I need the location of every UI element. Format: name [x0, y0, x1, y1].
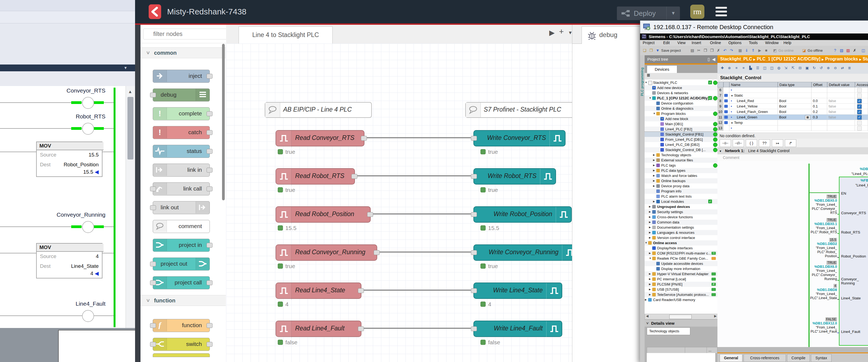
cell-name[interactable]: ▼ Temp: [730, 120, 778, 126]
var-name[interactable]: Line4_Flash_Green: [733, 110, 768, 114]
table-header-offset[interactable]: Offset: [811, 82, 827, 87]
chevron-down-icon[interactable]: ▼: [124, 65, 127, 70]
interface-tool-icon[interactable]: ≣: [847, 65, 852, 71]
tree-item[interactable]: ▶Device proxy data: [645, 184, 717, 189]
checkbox-checked-icon[interactable]: ✓: [857, 104, 862, 109]
cell-name[interactable]: ▪: [730, 87, 778, 93]
tree-item[interactable]: Line4_PLC [FB2]: [645, 127, 717, 132]
tree-item[interactable]: ▼Stacklight_PLC✓: [645, 80, 717, 85]
cell-name[interactable]: ▪: [730, 126, 778, 131]
chevron-down-icon[interactable]: ▼: [649, 95, 651, 101]
lad-tool-5[interactable]: ↱: [785, 139, 796, 147]
flow-canvas[interactable]: AB EIP/CIP - Line 4 PLCS7 Profinet - Sta…: [226, 44, 572, 362]
tree-item[interactable]: ▶Local modules✓: [645, 199, 717, 204]
cell-name[interactable]: ▪ Line4_Yellow: [730, 104, 778, 109]
tree-item[interactable]: ▶Documentation settings: [645, 225, 717, 230]
chevron-right-icon[interactable]: ▶: [649, 225, 651, 230]
tree-item[interactable]: Stacklight_Control [FB1]: [645, 132, 717, 137]
flow-node-Read-Line4_Fault[interactable]: Read Line4_Fault: [276, 321, 362, 337]
menu-button[interactable]: [716, 7, 727, 17]
flow-node-Read-Conveyor_Running[interactable]: Read Conveyor_Running: [276, 244, 377, 261]
interface-tool-icon[interactable]: ⊗: [727, 65, 732, 71]
interface-tool-icon[interactable]: ↺: [818, 65, 824, 71]
tree-item[interactable]: ▶Online backups: [645, 178, 717, 184]
online-icon[interactable]: ◩: [772, 48, 778, 53]
cell-datatype[interactable]: Bool▦: [778, 115, 811, 120]
table-header-data-type[interactable]: Data type: [778, 82, 811, 87]
palette-node-partial[interactable]: [153, 353, 210, 357]
breadcrumb-item[interactable]: Stacklight_PLC: [720, 57, 752, 61]
lad-tool-2[interactable]: ( ): [746, 139, 757, 147]
rem-icon[interactable]: ▨: [845, 48, 851, 53]
tree-item[interactable]: Display more information: [645, 266, 717, 271]
tree-item[interactable]: ▶PLCSIM [PN/IE]✗: [645, 282, 717, 287]
flow-node-Read-Robot_Position[interactable]: Read Robot_Position: [276, 206, 371, 223]
input-operand[interactable]: TRUE %DB1.DBX0.0 "From_Line4_ PLC".Conve…: [810, 195, 837, 215]
redo-icon[interactable]: ↷: [729, 48, 734, 53]
menu-help[interactable]: Help: [783, 40, 792, 45]
download-icon[interactable]: ⇓: [744, 48, 749, 53]
ins-icon[interactable]: ▧: [839, 48, 844, 53]
interface-tool-icon[interactable]: ☰: [755, 65, 761, 71]
cut-icon[interactable]: ✂: [696, 48, 702, 53]
chevron-right-icon[interactable]: ▶: [653, 199, 655, 204]
chevron-right-icon[interactable]: ▶: [653, 184, 655, 189]
tree-item[interactable]: ▶PLC data types: [645, 168, 717, 173]
input-operand[interactable]: 15.5 %DB1.DBD2 "From_Line4_ PLC".Robot_ …: [810, 238, 837, 258]
var-name[interactable]: Line4_Yellow: [733, 104, 757, 108]
chevron-down-icon[interactable]: ▼: [645, 80, 647, 85]
palette-node-link-call[interactable]: link call: [153, 183, 210, 195]
palette-category[interactable]: ˅common: [141, 47, 226, 58]
network-comment[interactable]: Comment: [717, 154, 868, 161]
breadcrumb-item[interactable]: Program blocks: [825, 57, 858, 61]
cell-datatype[interactable]: [778, 93, 811, 98]
palette-node-project-out[interactable]: project out: [153, 257, 210, 271]
tree-item[interactable]: Program info: [645, 189, 717, 194]
tree-item[interactable]: ▶Ungrouped devices: [645, 204, 717, 209]
cell-name[interactable]: ▼ Static: [730, 93, 778, 98]
chevron-down-icon[interactable]: ▼: [731, 122, 733, 124]
tree-item[interactable]: ▶Cross-device functions: [645, 215, 717, 220]
table-header-name[interactable]: Name: [730, 82, 778, 87]
toolbar-label[interactable]: Go online: [779, 49, 794, 53]
var-name[interactable]: Line4_Red: [733, 99, 754, 103]
chevron-right-icon[interactable]: ▶: [653, 152, 655, 158]
comment-node[interactable]: S7 Profinet - Stacklight PLC: [465, 102, 572, 118]
cell-name[interactable]: ▪ Line4_Red: [730, 98, 778, 104]
cell-datatype[interactable]: [778, 120, 811, 126]
checkbox-empty-icon[interactable]: [857, 88, 862, 92]
tree-item[interactable]: Display/hide interfaces: [645, 246, 717, 251]
add-flow-button[interactable]: +: [559, 27, 564, 36]
tree-item[interactable]: Device configuration: [645, 101, 717, 106]
flow-node-Write-Conveyor_RTS[interactable]: Write Conveyor_RTS: [473, 130, 565, 146]
tree-item[interactable]: ▶Common data: [645, 220, 717, 225]
search-input[interactable]: [143, 29, 230, 39]
tree-item[interactable]: ▶Hyper-V Virtual Ethernet Adapter: [645, 271, 717, 277]
interface-tool-icon[interactable]: ▙: [748, 65, 753, 71]
sph-icon[interactable]: ◫: [861, 48, 866, 53]
tree-item[interactable]: From_Line4_PLC [DB1]: [645, 137, 717, 142]
tab-technology-objects[interactable]: Technology objects: [647, 328, 690, 335]
tab-cross-references[interactable]: Cross-references: [744, 354, 786, 362]
tree-item[interactable]: Stacklight_Control_DB [...: [645, 147, 717, 152]
avatar[interactable]: rm: [690, 5, 704, 19]
flow-node-Write-Line4_Fault[interactable]: Write Line4_Fault: [473, 321, 562, 337]
checkbox-checked-icon[interactable]: ✓: [857, 115, 862, 120]
tree-item[interactable]: ▶PC internal [Local]: [645, 277, 717, 282]
tab-syntax[interactable]: Syntax: [811, 354, 832, 362]
save-icon[interactable]: ▼: [655, 48, 660, 53]
tree-item[interactable]: ▼PLC_1 [CPU 1212C AC/DC/Rly]✓: [645, 95, 717, 101]
flow-node-Write-Conveyor_Running[interactable]: Write Conveyor_Running: [473, 244, 572, 261]
input-operand[interactable]: TRUE %DB1.DBX0.1 "From_Line4_ PLC".Robot…: [810, 218, 837, 234]
chevron-right-icon[interactable]: ▶: [649, 292, 651, 297]
checkbox-empty-icon[interactable]: [857, 120, 862, 125]
start-icon[interactable]: ▶: [757, 48, 763, 53]
chevron-down-icon[interactable]: ▼: [649, 256, 651, 261]
flow-node-Write-Robot_RTS[interactable]: Write Robot_RTS: [473, 168, 556, 185]
chevron-right-icon[interactable]: ▶: [649, 287, 651, 292]
chevron-right-icon[interactable]: ▶: [653, 173, 655, 178]
chevron-right-icon[interactable]: ▶: [653, 163, 655, 168]
chevron-right-icon[interactable]: ▶: [653, 168, 655, 173]
breadcrumb[interactable]: Stacklight_PLC ▶ PLC_1 [CPU 1212C AC/DC/…: [717, 55, 868, 63]
lad-tool-0[interactable]: ⊣⊢: [720, 139, 731, 147]
